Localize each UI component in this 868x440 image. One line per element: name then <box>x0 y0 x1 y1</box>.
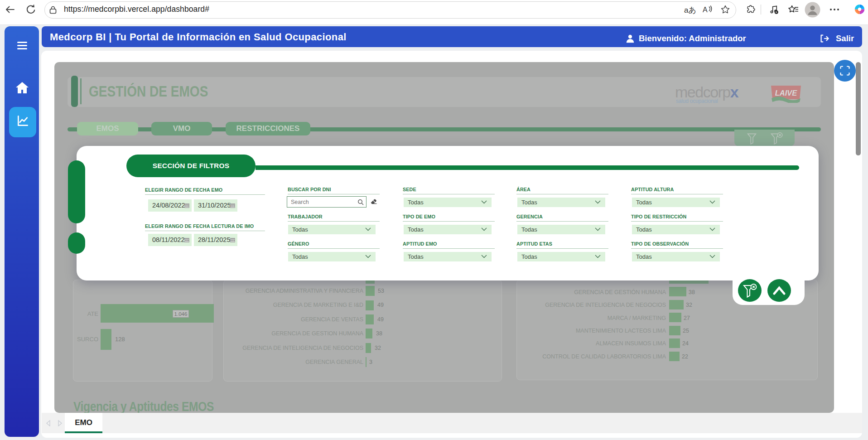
svg-text:A: A <box>703 6 708 14</box>
svg-text:LAIVE: LAIVE <box>775 89 798 97</box>
